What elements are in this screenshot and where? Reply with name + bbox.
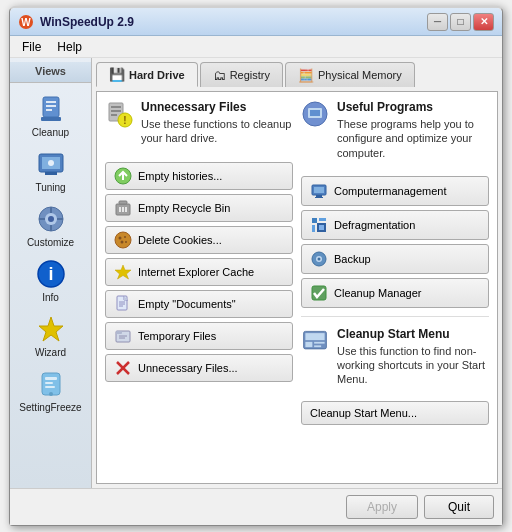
window-title: WinSpeedUp 2.9 (40, 15, 427, 29)
close-button[interactable]: ✕ (473, 13, 494, 31)
menu-help[interactable]: Help (49, 38, 90, 56)
svg-rect-76 (314, 342, 325, 344)
footer: Apply Quit (10, 488, 502, 525)
cleanup-start-icon (301, 327, 329, 355)
cleanup-manager-button[interactable]: Cleanup Manager (301, 278, 489, 308)
empty-recycle-label: Empty Recycle Bin (138, 202, 230, 214)
svg-rect-74 (305, 333, 324, 340)
computermanagement-button[interactable]: Computermanagement (301, 176, 489, 206)
svg-point-17 (48, 216, 54, 222)
svg-rect-35 (119, 201, 127, 204)
svg-rect-59 (312, 118, 318, 121)
svg-text:W: W (21, 17, 31, 28)
svg-rect-61 (314, 187, 324, 193)
useful-programs-desc: These programs help you to configure and… (337, 117, 489, 160)
svg-rect-24 (45, 386, 55, 388)
sidebar-item-wizard[interactable]: Wizard (16, 309, 86, 362)
svg-rect-64 (312, 218, 317, 223)
app-icon: W (18, 14, 34, 30)
sidebar-item-cleanup[interactable]: Cleanup (16, 89, 86, 142)
empty-documents-label: Empty "Documents" (138, 298, 236, 310)
computermanagement-icon (310, 182, 328, 200)
svg-point-41 (124, 236, 126, 238)
delete-cookies-icon (114, 231, 132, 249)
empty-recycle-button[interactable]: Empty Recycle Bin (105, 194, 293, 222)
tab-physical-memory[interactable]: 🧮 Physical Memory (285, 62, 415, 87)
tab-hard-drive[interactable]: 💾 Hard Drive (96, 62, 198, 87)
useful-programs-text: Useful Programs These programs help you … (337, 100, 489, 168)
quit-button[interactable]: Quit (424, 495, 494, 519)
svg-rect-65 (319, 218, 326, 221)
svg-point-39 (115, 232, 131, 248)
sidebar-item-tuning[interactable]: Tuning (16, 144, 86, 197)
svg-text:i: i (48, 264, 53, 284)
sidebar-customize-label: Customize (27, 237, 74, 248)
right-divider (301, 316, 489, 317)
sidebar-item-settingfreeze[interactable]: SettingFreeze (16, 364, 86, 417)
svg-rect-5 (46, 109, 52, 111)
unnecessary-files-title: Unnecessary Files (141, 100, 293, 114)
empty-documents-icon (114, 295, 132, 313)
maximize-button[interactable]: □ (450, 13, 471, 31)
backup-button[interactable]: Backup (301, 244, 489, 274)
empty-histories-button[interactable]: Empty histories... (105, 162, 293, 190)
content-area: 💾 Hard Drive 🗂 Registry 🧮 Physical Memor… (92, 58, 502, 488)
sidebar-info-label: Info (42, 292, 59, 303)
main-panel: ! Unnecessary Files Use these functions … (96, 91, 498, 484)
unnecessary-files-btn-icon (114, 359, 132, 377)
settingfreeze-icon (35, 368, 67, 400)
cleanup-manager-icon (310, 284, 328, 302)
cleanup-start-section: Cleanup Start Menu Use this function to … (301, 327, 489, 429)
sidebar-header: Views (10, 62, 91, 83)
svg-rect-3 (46, 101, 56, 103)
sidebar-item-info[interactable]: i Info (16, 254, 86, 307)
cleanup-start-text: Cleanup Start Menu Use this function to … (337, 327, 489, 395)
empty-documents-button[interactable]: Empty "Documents" (105, 290, 293, 318)
menu-file[interactable]: File (14, 38, 49, 56)
empty-histories-label: Empty histories... (138, 170, 222, 182)
cleanup-manager-label: Cleanup Manager (334, 287, 421, 299)
svg-point-43 (125, 241, 127, 243)
svg-rect-28 (111, 110, 121, 112)
wizard-icon (35, 313, 67, 345)
svg-rect-68 (319, 225, 324, 230)
sidebar-item-customize[interactable]: Customize (16, 199, 86, 252)
tuning-icon (35, 148, 67, 180)
delete-cookies-button[interactable]: Delete Cookies... (105, 226, 293, 254)
svg-rect-62 (316, 195, 322, 197)
temporary-files-button[interactable]: Temporary Files (105, 322, 293, 350)
svg-rect-13 (50, 207, 52, 213)
menu-bar: File Help (10, 36, 502, 58)
delete-cookies-label: Delete Cookies... (138, 234, 222, 246)
svg-rect-15 (39, 218, 45, 220)
unnecessary-files-icon: ! (105, 100, 133, 128)
useful-programs-title: Useful Programs (337, 100, 489, 114)
unnecessary-files-button[interactable]: Unnecessary Files... (105, 354, 293, 382)
sidebar-settingfreeze-label: SettingFreeze (19, 402, 81, 413)
svg-rect-10 (45, 172, 57, 175)
svg-rect-29 (111, 114, 117, 116)
defragmentation-button[interactable]: Defragmentation (301, 210, 489, 240)
window-controls: ─ □ ✕ (427, 13, 494, 31)
backup-icon (310, 250, 328, 268)
apply-button[interactable]: Apply (346, 495, 418, 519)
ie-cache-icon (114, 263, 132, 281)
svg-point-71 (318, 257, 321, 260)
minimize-button[interactable]: ─ (427, 13, 448, 31)
computermanagement-label: Computermanagement (334, 185, 447, 197)
svg-marker-20 (39, 317, 63, 341)
ie-cache-button[interactable]: Internet Explorer Cache (105, 258, 293, 286)
cleanup-icon (35, 93, 67, 125)
svg-point-42 (121, 240, 124, 243)
cleanup-start-menu-label: Cleanup Start Menu... (310, 407, 417, 419)
defragmentation-icon (310, 216, 328, 234)
info-icon: i (35, 258, 67, 290)
ie-cache-label: Internet Explorer Cache (138, 266, 254, 278)
tab-bar: 💾 Hard Drive 🗂 Registry 🧮 Physical Memor… (96, 62, 498, 87)
svg-rect-77 (314, 345, 321, 347)
tab-registry[interactable]: 🗂 Registry (200, 62, 283, 87)
tab-hard-drive-label: Hard Drive (129, 69, 185, 81)
tab-registry-label: Registry (230, 69, 270, 81)
cleanup-start-menu-button[interactable]: Cleanup Start Menu... (301, 401, 489, 425)
main-window: W WinSpeedUp 2.9 ─ □ ✕ File Help Views (9, 6, 503, 526)
